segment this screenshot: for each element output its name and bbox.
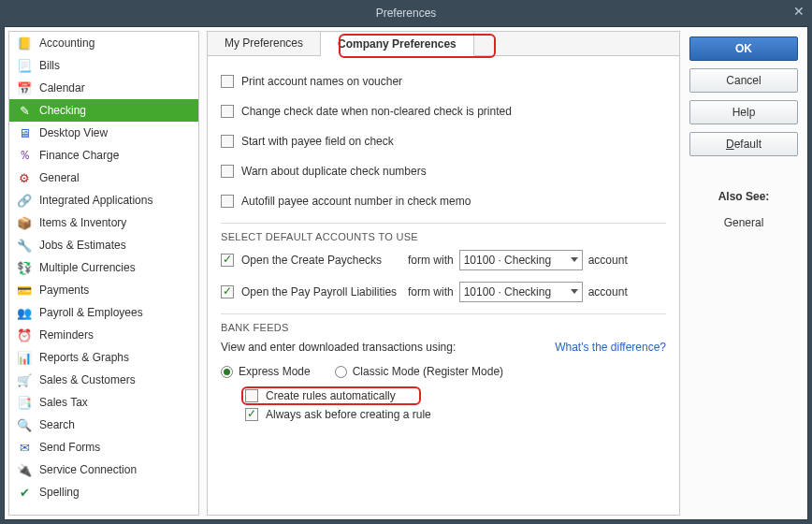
radio-express-mode[interactable]	[221, 366, 233, 378]
sidebar-item-bills[interactable]: 📃Bills	[9, 54, 198, 77]
also-see: Also See: General	[689, 190, 798, 229]
sidebar-item-sales-customers[interactable]: 🛒Sales & Customers	[9, 369, 198, 391]
opt-change-check-date[interactable]: Change check date when non-cleared check…	[221, 103, 666, 120]
sidebar-item-service-connection[interactable]: 🔌Service Connection	[9, 458, 198, 481]
sidebar-item-spelling[interactable]: ✔Spelling	[9, 481, 198, 503]
sidebar-item-accounting[interactable]: 📒Accounting	[9, 32, 198, 54]
row-create-paychecks: Open the Create Paychecks form with 1010…	[221, 250, 666, 270]
search-icon: 🔍	[15, 416, 34, 433]
sidebar-item-finance-charge[interactable]: ％Finance Charge	[9, 144, 198, 167]
row-payroll-liabilities: Open the Pay Payroll Liabilities form wi…	[221, 282, 666, 302]
sidebar-item-jobs-estimates[interactable]: 🔧Jobs & Estimates	[9, 234, 198, 256]
sidebar-item-label: General	[39, 171, 80, 184]
opt-warn-duplicate[interactable]: Warn about duplicate check numbers	[221, 163, 666, 180]
multiple-currencies-icon: 💱	[15, 259, 34, 276]
sidebar-item-label: Items & Inventory	[39, 216, 126, 229]
sidebar-item-items-inventory[interactable]: 📦Items & Inventory	[9, 211, 198, 234]
sidebar-item-desktop-view[interactable]: 🖥Desktop View	[9, 122, 198, 144]
sidebar-item-label: Send Forms	[39, 441, 100, 454]
sidebar-item-label: Sales & Customers	[39, 373, 136, 386]
integrated-applications-icon: 🔗	[15, 192, 34, 209]
sidebar-item-label: Reminders	[39, 328, 94, 342]
checkbox-icon	[245, 389, 258, 402]
reminders-icon: ⏰	[15, 327, 34, 343]
opt-autofill-payee[interactable]: Autofill payee account number in check m…	[221, 193, 666, 210]
close-icon[interactable]: ✕	[793, 4, 805, 19]
sidebar-item-sales-tax[interactable]: 📑Sales Tax	[9, 391, 198, 414]
checkbox-icon	[221, 105, 234, 118]
opt-always-ask[interactable]: Always ask before creating a rule	[245, 408, 666, 421]
sidebar-item-label: Multiple Currencies	[39, 261, 136, 274]
sidebar-item-general[interactable]: ⚙General	[9, 167, 198, 189]
checkbox-icon[interactable]	[221, 285, 234, 298]
sidebar-item-payroll-employees[interactable]: 👥Payroll & Employees	[9, 301, 198, 324]
main-area: My Preferences Company Preferences Print…	[203, 27, 807, 519]
sidebar-item-label: Calendar	[39, 81, 85, 95]
sidebar-item-send-forms[interactable]: ✉Send Forms	[9, 436, 198, 458]
titlebar: Preferences ✕	[0, 0, 812, 26]
sidebar-item-multiple-currencies[interactable]: 💱Multiple Currencies	[9, 256, 198, 279]
checkbox-icon	[221, 135, 234, 148]
sidebar-item-label: Service Connection	[39, 463, 137, 476]
sidebar-item-label: Accounting	[39, 36, 94, 50]
reports-graphs-icon: 📊	[15, 349, 34, 366]
sidebar-item-label: Search	[39, 418, 75, 431]
service-connection-icon: 🔌	[15, 461, 34, 478]
chevron-down-icon	[571, 257, 578, 262]
sales-customers-icon: 🛒	[15, 371, 34, 388]
checkbox-icon	[221, 165, 234, 178]
dropdown-paychecks-account[interactable]: 10100 · Checking	[459, 250, 583, 270]
calendar-icon: 📅	[15, 80, 34, 96]
sidebar-item-reminders[interactable]: ⏰Reminders	[9, 324, 198, 346]
link-whats-the-difference[interactable]: What's the difference?	[555, 341, 666, 354]
chevron-down-icon	[571, 289, 578, 294]
accounting-icon: 📒	[15, 35, 34, 51]
row-bank-mode: Express Mode Classic Mode (Register Mode…	[221, 365, 666, 378]
checkbox-icon	[245, 408, 258, 421]
opt-start-payee[interactable]: Start with payee field on check	[221, 133, 666, 150]
spelling-icon: ✔	[15, 484, 34, 501]
row-bank-view-enter: View and enter downloaded transactions u…	[221, 341, 666, 354]
radio-classic-mode[interactable]	[335, 366, 347, 378]
checkbox-icon	[221, 195, 234, 208]
section-bank-feeds: BANK FEEDS	[221, 313, 666, 333]
default-button[interactable]: Default	[689, 132, 798, 156]
payments-icon: 💳	[15, 282, 34, 298]
tab-my-preferences[interactable]: My Preferences	[208, 32, 321, 55]
sidebar-item-reports-graphs[interactable]: 📊Reports & Graphs	[9, 346, 198, 369]
sidebar-item-label: Desktop View	[39, 126, 108, 139]
sidebar-item-label: Spelling	[39, 486, 80, 499]
right-column: OK Cancel Help Default Also See: General	[680, 31, 807, 516]
content-panel: My Preferences Company Preferences Print…	[207, 31, 680, 516]
bills-icon: 📃	[15, 57, 34, 74]
tabs: My Preferences Company Preferences	[208, 32, 679, 56]
also-see-item[interactable]: General	[689, 216, 798, 229]
sidebar-item-label: Finance Charge	[39, 149, 119, 162]
jobs-estimates-icon: 🔧	[15, 237, 34, 254]
items-inventory-icon: 📦	[15, 214, 34, 231]
sidebar-item-payments[interactable]: 💳Payments	[9, 279, 198, 301]
sidebar: 📒Accounting📃Bills📅Calendar✎Checking🖥Desk…	[8, 31, 199, 516]
dropdown-liabilities-account[interactable]: 10100 · Checking	[459, 282, 583, 302]
sidebar-item-integrated-applications[interactable]: 🔗Integrated Applications	[9, 189, 198, 211]
also-see-header: Also See:	[689, 190, 798, 203]
help-button[interactable]: Help	[689, 100, 798, 124]
checkbox-icon[interactable]	[221, 254, 234, 267]
sidebar-item-label: Reports & Graphs	[39, 351, 129, 364]
ok-button[interactable]: OK	[689, 36, 798, 61]
sidebar-item-label: Integrated Applications	[39, 194, 152, 207]
sidebar-item-search[interactable]: 🔍Search	[9, 414, 198, 436]
opt-create-rules-auto[interactable]: Create rules automatically	[245, 389, 666, 402]
cancel-button[interactable]: Cancel	[689, 68, 798, 93]
checkbox-icon	[221, 75, 234, 88]
window-title: Preferences	[376, 7, 437, 20]
sidebar-item-label: Payroll & Employees	[39, 306, 143, 319]
opt-print-voucher[interactable]: Print account names on voucher	[221, 73, 666, 90]
tab-company-preferences[interactable]: Company Preferences	[321, 33, 474, 56]
sales-tax-icon: 📑	[15, 394, 34, 411]
sidebar-item-checking[interactable]: ✎Checking	[9, 99, 198, 122]
send-forms-icon: ✉	[15, 439, 34, 456]
sidebar-item-label: Checking	[39, 104, 86, 117]
sidebar-item-calendar[interactable]: 📅Calendar	[9, 77, 198, 99]
preferences-window: Preferences ✕ 📒Accounting📃Bills📅Calendar…	[0, 0, 812, 524]
